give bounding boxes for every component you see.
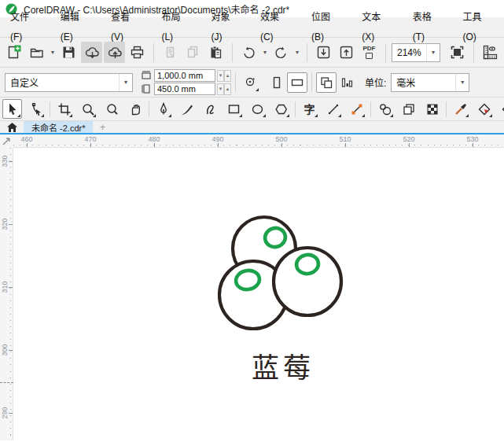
publish-pdf-button[interactable]: PDF — [359, 42, 380, 63]
redo-button[interactable] — [270, 42, 292, 63]
blueberry-circle[interactable] — [274, 248, 341, 315]
page-size-preset-value: 自定义 — [6, 76, 119, 89]
document-tab-label: 未命名 -2.cdr* — [31, 121, 85, 134]
copy-button[interactable] — [182, 42, 204, 63]
vertical-ruler[interactable]: 330320310300290 — [0, 148, 13, 440]
menu-item[interactable]: 查看(V) — [101, 8, 151, 47]
text-tool[interactable]: 字 — [300, 99, 319, 119]
transparency-tool[interactable] — [422, 99, 442, 119]
page-size-preset-combobox[interactable]: 自定义 ▾ — [5, 73, 133, 92]
units-combobox[interactable]: 毫米 ▾ — [391, 73, 469, 92]
toolbox-separator — [295, 101, 296, 117]
page-height-spinner[interactable]: ▾▴ — [217, 83, 231, 95]
ruler-tick — [154, 143, 155, 147]
drawing-caption[interactable]: 蓝莓 — [252, 352, 315, 383]
ruler-label: 510 — [339, 135, 351, 143]
pdf-icon: PDF — [363, 46, 376, 59]
redo-dropdown-arrow[interactable]: ▾ — [293, 49, 301, 56]
text-tool-glyph: 字 — [304, 104, 315, 115]
zoom-level-combobox[interactable]: 214% ▾ — [392, 43, 440, 62]
print-button[interactable] — [127, 42, 148, 63]
paste-button[interactable] — [205, 42, 226, 63]
interactive-fill-tool[interactable] — [474, 99, 494, 119]
undo-button[interactable] — [238, 42, 259, 63]
page-width-spinner[interactable]: ▾▴ — [217, 70, 231, 82]
new-document-button[interactable] — [3, 42, 24, 63]
units-value: 毫米 — [392, 76, 455, 89]
current-page-icon — [340, 76, 354, 90]
zoom-tool[interactable] — [78, 99, 97, 119]
cut-icon — [163, 45, 178, 60]
curve-tool[interactable] — [200, 99, 220, 119]
artistic-media-tool[interactable] — [177, 99, 197, 119]
drawing-canvas[interactable]: 蓝莓 — [13, 148, 504, 440]
ruler-origin-button[interactable] — [0, 134, 13, 148]
crop-tool[interactable] — [54, 99, 74, 119]
document-tab-active[interactable]: 未命名 -2.cdr* — [24, 121, 93, 133]
cloud-save-button[interactable] — [104, 42, 125, 63]
save-button[interactable] — [58, 42, 79, 63]
new-tab-button[interactable]: + — [93, 121, 112, 133]
page-width-field[interactable]: 1,000.0 mm — [154, 69, 215, 82]
menu-item[interactable]: 对象(J) — [201, 8, 250, 47]
welcome-home-button[interactable] — [0, 121, 24, 133]
ruler-mouse-marker — [0, 382, 13, 383]
import-button[interactable] — [313, 42, 334, 63]
ruler-label: 480 — [148, 135, 160, 143]
zoom-combo-arrow[interactable]: ▾ — [426, 44, 440, 61]
preset-combo-arrow[interactable]: ▾ — [119, 74, 132, 91]
landscape-orientation-button[interactable] — [287, 72, 307, 93]
menu-item[interactable]: 工具(O) — [452, 8, 504, 47]
contour-tool[interactable] — [399, 99, 418, 119]
fullscreen-preview-button[interactable] — [447, 42, 468, 63]
eyedropper-tool[interactable] — [451, 99, 470, 119]
export-button[interactable] — [336, 42, 357, 63]
current-page-button[interactable] — [337, 72, 357, 93]
line-tool[interactable] — [323, 99, 343, 119]
connector-tool[interactable] — [347, 99, 366, 119]
polygon-tool[interactable] — [271, 99, 291, 119]
polygon-icon — [274, 102, 289, 116]
page-options-icon — [243, 76, 257, 90]
menu-item[interactable]: 文本(X) — [351, 8, 402, 47]
ruler-label: 500 — [275, 135, 287, 143]
shadow-tool[interactable] — [375, 99, 395, 119]
document-tabbar: 未命名 -2.cdr* + — [0, 121, 504, 133]
menu-item[interactable]: 位图(B) — [301, 8, 351, 47]
pick-tool[interactable] — [2, 99, 22, 119]
all-pages-button[interactable] — [316, 72, 337, 93]
shape-node-icon — [29, 102, 43, 116]
show-rulers-button[interactable] — [480, 42, 501, 63]
portrait-orientation-button[interactable] — [267, 72, 287, 93]
toolbox: 字 — [0, 98, 504, 121]
cloud-open-button[interactable] — [81, 42, 102, 63]
toolbox-separator — [50, 101, 50, 117]
menu-item[interactable]: 效果(C) — [250, 8, 301, 47]
units-combo-arrow[interactable]: ▾ — [455, 74, 469, 91]
open-document-button[interactable] — [26, 42, 47, 63]
shape-tool[interactable] — [26, 99, 46, 119]
all-pages-icon — [319, 76, 333, 90]
undo-icon — [241, 45, 256, 60]
cut-button[interactable] — [160, 42, 181, 63]
pen-tool[interactable] — [153, 99, 173, 119]
rectangle-tool[interactable] — [224, 99, 244, 119]
zoom-out-tool[interactable] — [101, 99, 121, 119]
magnifier-icon — [81, 102, 95, 116]
page-height-field[interactable]: 450.0 mm — [154, 83, 215, 95]
menu-item[interactable]: 布局(L) — [151, 8, 200, 47]
undo-dropdown-arrow[interactable]: ▾ — [261, 49, 269, 56]
open-dropdown-arrow[interactable]: ▾ — [49, 49, 57, 56]
drawing-scale-icon — [2, 137, 11, 145]
horizontal-ruler[interactable]: 460470480490500510520530 — [0, 134, 504, 148]
ellipse-tool[interactable] — [248, 99, 267, 119]
page-options-button[interactable] — [240, 72, 260, 93]
redo-icon — [274, 45, 289, 60]
page-height-icon — [141, 84, 152, 94]
menu-item[interactable]: 文件(F) — [0, 8, 50, 47]
menu-item[interactable]: 编辑(E) — [50, 8, 101, 47]
pan-tool[interactable] — [125, 99, 145, 119]
smart-fill-tool[interactable] — [498, 99, 504, 119]
menu-item[interactable]: 表格(T) — [403, 8, 453, 47]
drawing-svg: 蓝莓 — [13, 148, 504, 440]
